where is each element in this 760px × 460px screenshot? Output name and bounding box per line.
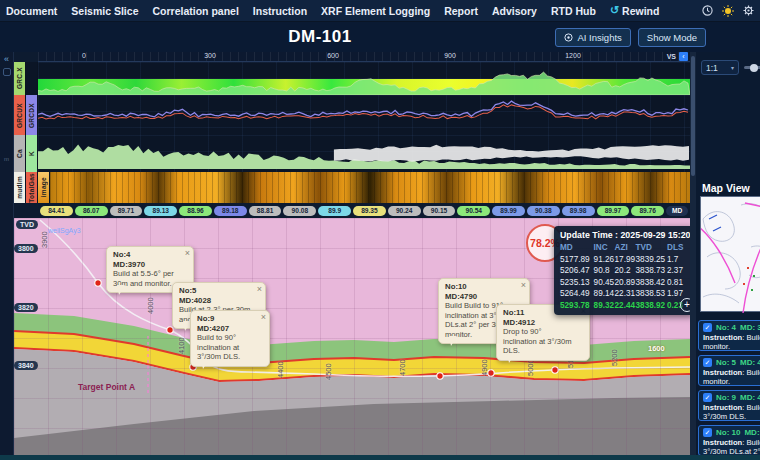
- dip-pill[interactable]: 89.76: [631, 206, 664, 216]
- instruction-card-5[interactable]: ✓No: 5MD: 4028 Instruction: Build at 2-3…: [698, 355, 760, 386]
- ruler-tick: 600: [327, 52, 339, 59]
- survey-row: 5235.1390.4520.893838.420.81: [560, 278, 688, 287]
- mini-panel-box[interactable]: [3, 68, 11, 76]
- menu-item-xrf-element-logging[interactable]: XRF Element Logging: [321, 5, 430, 17]
- survey-row: 5264.4989.1422.313838.531.97: [560, 289, 688, 298]
- zoom-slider[interactable]: [744, 66, 760, 69]
- menu-item-advisory[interactable]: Advisory: [492, 5, 537, 17]
- scrollbar-thumb[interactable]: [691, 56, 695, 176]
- dip-pill[interactable]: 90.08: [283, 206, 316, 216]
- curve-label-grcdx[interactable]: GRCDX: [26, 95, 38, 135]
- md-path-label: 4400: [276, 361, 285, 378]
- dip-pill[interactable]: 89.98: [562, 206, 595, 216]
- track-totalgas-image[interactable]: mudlm TotalGas image: [14, 172, 690, 203]
- dip-pill[interactable]: 90.24: [388, 206, 421, 216]
- zoom-in-button[interactable]: +: [680, 298, 690, 312]
- vs-marker-label: 1600: [648, 344, 665, 353]
- md-path-label: 5200: [610, 349, 619, 366]
- dip-pill[interactable]: 86.07: [75, 206, 108, 216]
- dip-pill[interactable]: 88.96: [179, 206, 212, 216]
- instruction-callout-9[interactable]: No:9 MD:4207 Build to 90° inclination at…: [190, 310, 270, 367]
- rewind-icon: ↺: [610, 4, 619, 17]
- md-path-label: 3900: [40, 231, 49, 248]
- instruction-card-10[interactable]: ✓No: 10MD: 4790 Instruction: Build Build…: [698, 425, 760, 455]
- close-icon[interactable]: ×: [185, 248, 190, 259]
- dip-pill[interactable]: 89.13: [144, 206, 177, 216]
- track-gr-plot: [38, 62, 690, 95]
- tvd-axis-pill: TVD: [16, 220, 38, 229]
- bottom-status-strip: [0, 455, 760, 460]
- md-path-label: 4500: [324, 363, 333, 380]
- slider-knob[interactable]: [750, 64, 758, 72]
- grc-curves: [38, 95, 690, 135]
- dip-value-strip: 84.41 86.07 89.71 89.13 88.96 89.18 88.8…: [38, 203, 690, 218]
- gr-curve: [38, 62, 690, 95]
- checkbox-checked[interactable]: ✓: [703, 393, 712, 402]
- dip-pill[interactable]: 89.97: [597, 206, 630, 216]
- dip-pill[interactable]: 89.35: [353, 206, 386, 216]
- map-view-title: Map View: [702, 182, 750, 194]
- ai-insights-button[interactable]: AI Insights: [555, 28, 630, 47]
- close-icon[interactable]: ×: [257, 284, 262, 295]
- curve-label-grcx[interactable]: GRC.X: [14, 62, 26, 95]
- curve-label-mudlm[interactable]: mudlm: [14, 172, 26, 203]
- cross-section-view[interactable]: TVD 3800 3820 3840 wellSgAy3 3900 4000 4…: [14, 218, 690, 455]
- track-grcux-grcdx[interactable]: GRCUX GRCDX: [14, 95, 690, 135]
- dip-pill[interactable]: 90.15: [423, 206, 456, 216]
- menu-item-instruction[interactable]: Instruction: [253, 5, 307, 17]
- dip-pill[interactable]: 90.54: [457, 206, 490, 216]
- ruler-tick: 1200: [565, 52, 581, 59]
- map-view-thumbnail[interactable]: [700, 196, 760, 312]
- curve-label-ca[interactable]: Ca: [14, 135, 26, 172]
- dip-pill[interactable]: 89.9: [318, 206, 351, 216]
- close-icon[interactable]: ×: [521, 280, 526, 291]
- survey-row-current: 5293.7889.3222.443838.920.23: [560, 301, 688, 310]
- menu-item-correlation-panel[interactable]: Correlation panel: [152, 5, 238, 17]
- map-contours: [701, 197, 760, 313]
- track-grc-plot: [38, 95, 690, 135]
- instruction-card-4[interactable]: ✓No: 4MD: 3970 Instruction: Build at 5.5…: [698, 320, 760, 351]
- instruction-card-9[interactable]: ✓No: 9MD: 4207 Instruction: Build to 90°…: [698, 390, 760, 421]
- menu-item-document[interactable]: Document: [6, 5, 57, 17]
- dip-pill[interactable]: 89.71: [110, 206, 143, 216]
- curve-label-image[interactable]: image: [38, 172, 50, 203]
- survey-table-panel: Update Time : 2025-09-29 15:20:06 MDINCA…: [554, 226, 690, 315]
- track-ca-k[interactable]: Ca K: [14, 135, 690, 172]
- menu-item-rtd-hub[interactable]: RTD Hub: [551, 5, 596, 17]
- instruction-card-list: ✓No: 4MD: 3970 Instruction: Build at 5.5…: [698, 320, 760, 455]
- close-icon[interactable]: ×: [261, 312, 266, 323]
- collapse-chevron-icon[interactable]: «: [0, 54, 13, 64]
- dip-pill[interactable]: 90.38: [527, 206, 560, 216]
- clock-icon[interactable]: [702, 5, 713, 16]
- checkbox-checked[interactable]: ✓: [703, 323, 712, 332]
- dip-pill[interactable]: 84.41: [40, 206, 73, 216]
- scale-dropdown[interactable]: 1:1 ▾: [701, 60, 739, 75]
- settings-gear-icon[interactable]: [743, 5, 754, 16]
- md-path-label: 4100: [177, 337, 186, 354]
- gas-image-log: [50, 172, 690, 203]
- ca-k-curves: [38, 135, 690, 172]
- menu-item-report[interactable]: Report: [444, 5, 478, 17]
- ruler-tick: 0: [82, 52, 86, 59]
- curve-label-totalgas[interactable]: TotalGas: [26, 172, 38, 203]
- ruler-collapse-icon[interactable]: ‹: [679, 52, 688, 61]
- curve-label-grcux[interactable]: GRCUX: [14, 95, 26, 135]
- update-time-value: 2025-09-29 15:20:06: [620, 230, 690, 240]
- menu-item-rewind[interactable]: ↺Rewind: [610, 4, 660, 17]
- show-mode-button[interactable]: Show Mode: [638, 28, 706, 47]
- track-gr[interactable]: GRC.X: [14, 62, 690, 95]
- menu-item-seismic-slice[interactable]: Seismic Slice: [71, 5, 138, 17]
- well-name-label: wellSgAy3: [48, 227, 81, 234]
- theme-sun-icon[interactable]: [722, 5, 734, 17]
- depth-tick: 3840: [14, 361, 38, 370]
- md-path-label: 4900: [480, 359, 489, 376]
- md-path-label: 4000: [146, 297, 155, 314]
- ruler-tick: 300: [204, 52, 216, 59]
- checkbox-checked[interactable]: ✓: [703, 428, 712, 437]
- curve-label-k[interactable]: K: [26, 135, 38, 172]
- checkbox-checked[interactable]: ✓: [703, 358, 712, 367]
- ai-insights-icon: [564, 33, 573, 42]
- dip-pill[interactable]: 89.99: [492, 206, 525, 216]
- dip-pill[interactable]: 88.81: [249, 206, 282, 216]
- dip-pill[interactable]: 89.18: [214, 206, 247, 216]
